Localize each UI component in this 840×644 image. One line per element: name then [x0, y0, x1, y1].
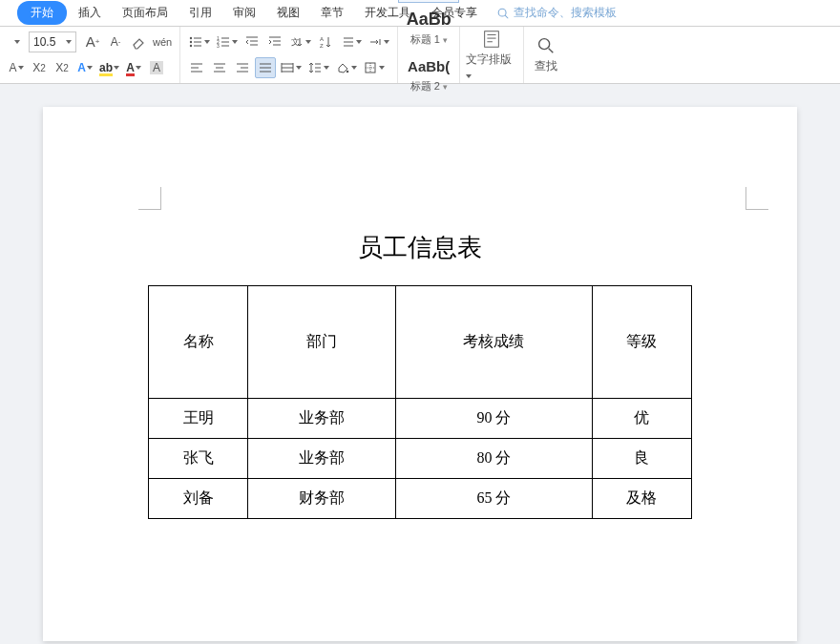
superscript-button[interactable]: X2: [29, 57, 50, 78]
command-search-placeholder: 查找命令、搜索模板: [514, 5, 617, 21]
document-title[interactable]: 员工信息表: [43, 231, 797, 264]
text-effects-button[interactable]: A: [74, 57, 95, 78]
font-size-input[interactable]: 10.5: [29, 31, 76, 52]
cell-name[interactable]: 刘备: [149, 479, 248, 519]
align-center-icon: [212, 60, 227, 75]
align-distributed-button[interactable]: [278, 57, 304, 78]
svg-point-54: [539, 39, 550, 50]
svg-point-6: [190, 45, 192, 47]
font-color-button[interactable]: A: [123, 57, 144, 78]
svg-line-1: [505, 15, 508, 18]
style-preview: AaBb(: [408, 52, 450, 79]
style-label: 标题 1▾: [410, 32, 448, 47]
spacing-icon: [340, 34, 355, 50]
tab-view[interactable]: 视图: [267, 1, 309, 25]
shading-button[interactable]: [333, 57, 359, 78]
style-heading2[interactable]: AaBb( 标题 2▾: [398, 50, 459, 96]
text-layout-label: 文字排版: [466, 52, 517, 81]
document-area: 员工信息表 名称 部门 考核成绩 等级 王明 业务部 90 分 优 张飞 业务部…: [0, 84, 840, 644]
style-heading1[interactable]: AaBb 标题 1▾: [398, 3, 459, 50]
align-justify-icon: [258, 60, 273, 75]
cell-score[interactable]: 90 分: [396, 399, 592, 439]
file-menu-dropdown[interactable]: [4, 7, 15, 20]
borders-icon: [363, 60, 378, 75]
numbering-icon: 123: [216, 34, 231, 50]
svg-point-2: [190, 37, 192, 39]
highlight-color-button[interactable]: ab: [97, 57, 121, 78]
character-shading-button[interactable]: A: [146, 57, 167, 78]
indent-icon: [267, 34, 283, 50]
font-name-dropdown[interactable]: [6, 31, 27, 52]
header-name[interactable]: 名称: [149, 286, 248, 399]
header-score[interactable]: 考核成绩: [396, 286, 592, 399]
line-spacing-top-button[interactable]: [338, 31, 364, 52]
svg-text:Z: Z: [320, 43, 324, 49]
text-layout-button[interactable]: 文字排版: [466, 29, 517, 81]
outdent-icon: [244, 34, 260, 50]
decrease-indent-button[interactable]: [242, 31, 262, 52]
table-row[interactable]: 张飞 业务部 80 分 良: [149, 439, 692, 479]
subscript-button[interactable]: X2: [52, 57, 73, 78]
decrease-font-button[interactable]: A-: [105, 31, 126, 52]
cell-name[interactable]: 王明: [149, 399, 248, 439]
line-spacing-icon: [307, 60, 323, 75]
style-label: 标题 2▾: [410, 79, 448, 93]
line-spacing-button[interactable]: [305, 57, 331, 78]
find-button[interactable]: 查找: [530, 35, 562, 74]
employee-table[interactable]: 名称 部门 考核成绩 等级 王明 业务部 90 分 优 张飞 业务部 80 分 …: [148, 285, 692, 519]
cell-grade[interactable]: 良: [592, 439, 691, 479]
font-size-value: 10.5: [33, 35, 55, 49]
increase-font-button[interactable]: A+: [82, 31, 103, 52]
tab-review[interactable]: 审阅: [223, 1, 265, 25]
paint-bucket-icon: [335, 60, 350, 75]
cell-department[interactable]: 业务部: [248, 399, 396, 439]
pinyin-guide-button[interactable]: wén: [151, 31, 174, 52]
align-justify-button[interactable]: [255, 57, 276, 78]
change-case-button[interactable]: A: [6, 57, 27, 78]
increase-indent-button[interactable]: [264, 31, 285, 52]
sort-button[interactable]: AZ: [315, 31, 336, 52]
align-right-button[interactable]: [232, 57, 253, 78]
tab-references[interactable]: 引用: [179, 1, 221, 25]
tab-home[interactable]: 开始: [17, 1, 67, 25]
header-grade[interactable]: 等级: [592, 286, 691, 399]
margin-corner-tl: [138, 187, 161, 210]
tab-stops-button[interactable]: [366, 31, 391, 52]
cell-name[interactable]: 张飞: [149, 439, 248, 479]
svg-text:文: 文: [291, 37, 300, 47]
clear-format-button[interactable]: [128, 31, 149, 52]
eraser-icon: [131, 34, 146, 50]
sort-icon: AZ: [318, 34, 333, 50]
bullets-icon: [188, 34, 203, 50]
find-label: 查找: [535, 58, 557, 74]
cell-grade[interactable]: 优: [592, 399, 691, 439]
cell-score[interactable]: 80 分: [396, 439, 592, 479]
align-center-button[interactable]: [209, 57, 230, 78]
search-icon: [496, 7, 510, 20]
cell-score[interactable]: 65 分: [396, 479, 592, 519]
cell-department[interactable]: 财务部: [248, 479, 396, 519]
text-direction-button[interactable]: 文: [287, 31, 313, 52]
numbering-button[interactable]: 123: [214, 31, 240, 52]
tab-icon: [368, 34, 383, 50]
font-group: 10.5 A+ A- wén A X2 X2 A ab A A: [0, 27, 180, 83]
table-row[interactable]: 刘备 财务部 65 分 及格: [149, 479, 692, 519]
chevron-down-icon: [66, 40, 72, 44]
align-left-button[interactable]: [186, 57, 207, 78]
cell-grade[interactable]: 及格: [592, 479, 691, 519]
text-direction-icon: 文: [289, 34, 304, 50]
header-department[interactable]: 部门: [248, 286, 396, 399]
table-header-row[interactable]: 名称 部门 考核成绩 等级: [149, 286, 692, 399]
tab-insert[interactable]: 插入: [69, 1, 111, 25]
cell-department[interactable]: 业务部: [248, 439, 396, 479]
align-left-icon: [189, 60, 204, 75]
align-right-icon: [235, 60, 250, 75]
borders-button[interactable]: [361, 57, 387, 78]
tab-chapter[interactable]: 章节: [311, 1, 353, 25]
tab-page-layout[interactable]: 页面布局: [113, 1, 178, 25]
page[interactable]: 员工信息表 名称 部门 考核成绩 等级 王明 业务部 90 分 优 张飞 业务部…: [43, 107, 797, 641]
bullets-button[interactable]: [186, 31, 212, 52]
svg-text:A: A: [320, 36, 324, 42]
command-search[interactable]: 查找命令、搜索模板: [496, 5, 617, 21]
table-row[interactable]: 王明 业务部 90 分 优: [149, 399, 692, 439]
